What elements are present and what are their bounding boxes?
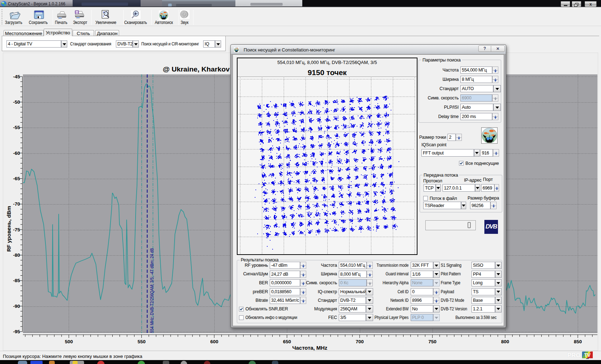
svg-text:-65: -65: [13, 176, 20, 181]
svg-text:-85: -85: [13, 278, 20, 283]
svg-text:-70: -70: [13, 201, 20, 207]
svg-text:-45: -45: [13, 74, 20, 79]
svg-text:-95: -95: [13, 329, 20, 334]
svg-text:RF уровень, dBm: RF уровень, dBm: [6, 206, 12, 252]
svg-text:-55: -55: [13, 125, 20, 130]
svg-text:800: 800: [501, 339, 509, 344]
svg-text:554 MHz; DVB-T2/256QAM; 3/5; -: 554 MHz; DVB-T2/256QAM; 3/5; -47 dBm; 24…: [150, 248, 155, 333]
svg-text:700: 700: [356, 339, 364, 344]
svg-text:-60: -60: [13, 151, 20, 156]
svg-text:-80: -80: [13, 252, 20, 258]
svg-text:550: 550: [137, 339, 146, 344]
svg-text:-90: -90: [13, 304, 20, 309]
svg-text:850: 850: [574, 339, 582, 344]
svg-text:750: 750: [428, 339, 436, 344]
svg-text:500: 500: [65, 339, 73, 344]
svg-text:Частота, MHz: Частота, MHz: [292, 345, 327, 351]
svg-text:@ Ukraine, Kharkov: @ Ukraine, Kharkov: [163, 66, 230, 73]
svg-text:-50: -50: [13, 99, 20, 105]
svg-text:-75: -75: [13, 227, 20, 232]
svg-text:600: 600: [210, 339, 219, 344]
svg-text:650: 650: [283, 339, 291, 344]
svg-text:TV: TV: [584, 352, 591, 358]
